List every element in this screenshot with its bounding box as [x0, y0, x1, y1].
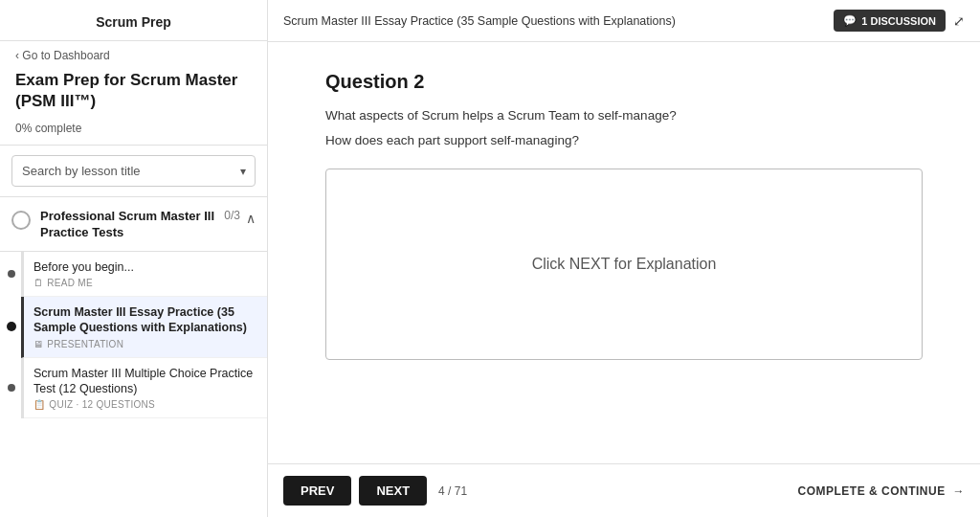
section-title: Professional Scrum Master III Practice T…: [40, 209, 218, 241]
section-circle-icon: [11, 211, 31, 230]
sidebar-header: Scrum Prep: [0, 0, 267, 41]
lesson-item-active[interactable]: Scrum Master III Essay Practice (35 Samp…: [21, 297, 267, 358]
main-header: Scrum Master III Essay Practice (35 Samp…: [268, 0, 980, 42]
expand-button[interactable]: ⤢: [953, 13, 965, 29]
lesson-item-quiz[interactable]: Scrum Master III Multiple Choice Practic…: [24, 358, 267, 419]
lesson-type: READ ME: [47, 278, 93, 288]
header-actions: 💬 1 DISCUSSION ⤢: [834, 10, 965, 32]
course-title: Exam Prep for Scrum Master (PSM III™): [0, 64, 267, 116]
answer-box: Click NEXT for Explanation: [325, 169, 923, 360]
discussion-button[interactable]: 💬 1 DISCUSSION: [834, 10, 946, 32]
sidebar: Scrum Prep Go to Dashboard Exam Prep for…: [0, 0, 268, 517]
presentation-icon: 🖥: [33, 339, 43, 349]
answer-box-text: Click NEXT for Explanation: [532, 256, 717, 273]
next-button[interactable]: NEXT: [359, 476, 427, 506]
lesson-type-active: PRESENTATION: [47, 339, 123, 349]
lesson-title-active: Scrum Master III Essay Practice (35 Samp…: [33, 304, 256, 336]
sidebar-section: Professional Scrum Master III Practice T…: [0, 197, 267, 418]
sidebar-brand-title: Scrum Prep: [96, 14, 171, 30]
lesson-title: Before you begin...: [33, 259, 256, 275]
lesson-dot-icon: [8, 270, 15, 278]
section-count: 0/3: [224, 209, 240, 222]
progress-indicator: 0% complete: [0, 116, 267, 146]
complete-continue-button[interactable]: COMPLETE & CONTINUE →: [797, 484, 965, 498]
expand-icon: ⤢: [953, 13, 965, 29]
page-indicator: 4 / 71: [438, 484, 467, 498]
main-content: Scrum Master III Essay Practice (35 Samp…: [268, 0, 980, 517]
lesson-meta-active: 🖥 PRESENTATION: [33, 339, 256, 349]
lesson-title-quiz: Scrum Master III Multiple Choice Practic…: [33, 366, 256, 397]
lesson-item[interactable]: Before you begin... 🗒 READ ME: [24, 252, 267, 297]
discussion-count: 1 DISCUSSION: [861, 15, 936, 27]
search-select[interactable]: Search by lesson title: [11, 155, 256, 187]
lesson-meta: 🗒 READ ME: [33, 278, 256, 288]
chevron-up-icon: ∧: [246, 211, 256, 226]
question-line-2: How does each part support self-managing…: [325, 131, 923, 150]
quiz-icon: 📋: [33, 399, 45, 410]
question-line-1: What aspects of Scrum helps a Scrum Team…: [325, 106, 923, 125]
lesson-list: Before you begin... 🗒 READ ME Scrum Mast…: [21, 252, 267, 418]
lesson-dot-active-icon: [7, 322, 16, 331]
section-header[interactable]: Professional Scrum Master III Practice T…: [0, 197, 267, 252]
dashboard-link[interactable]: Go to Dashboard: [0, 41, 267, 64]
main-body: SCRUMPREP Question 2 What aspects of Scr…: [268, 42, 980, 463]
lesson-search[interactable]: Search by lesson title ▾: [0, 146, 267, 197]
main-header-title: Scrum Master III Essay Practice (35 Samp…: [283, 14, 676, 28]
lesson-meta-quiz: 📋 QUIZ · 12 QUESTIONS: [33, 399, 256, 410]
arrow-right-icon: →: [953, 484, 966, 498]
question-number: Question 2: [325, 71, 923, 93]
prev-button[interactable]: PREV: [283, 476, 351, 506]
dashboard-link-text[interactable]: Go to Dashboard: [15, 49, 110, 62]
document-icon: 🗒: [33, 278, 43, 288]
chat-icon: 💬: [843, 14, 857, 27]
main-footer: PREV NEXT 4 / 71 COMPLETE & CONTINUE →: [268, 463, 980, 517]
lesson-type-quiz: QUIZ · 12 QUESTIONS: [49, 399, 155, 410]
lesson-dot-quiz-icon: [8, 384, 15, 392]
question-content: Question 2 What aspects of Scrum helps a…: [325, 71, 923, 360]
complete-label: COMPLETE & CONTINUE: [797, 484, 945, 498]
